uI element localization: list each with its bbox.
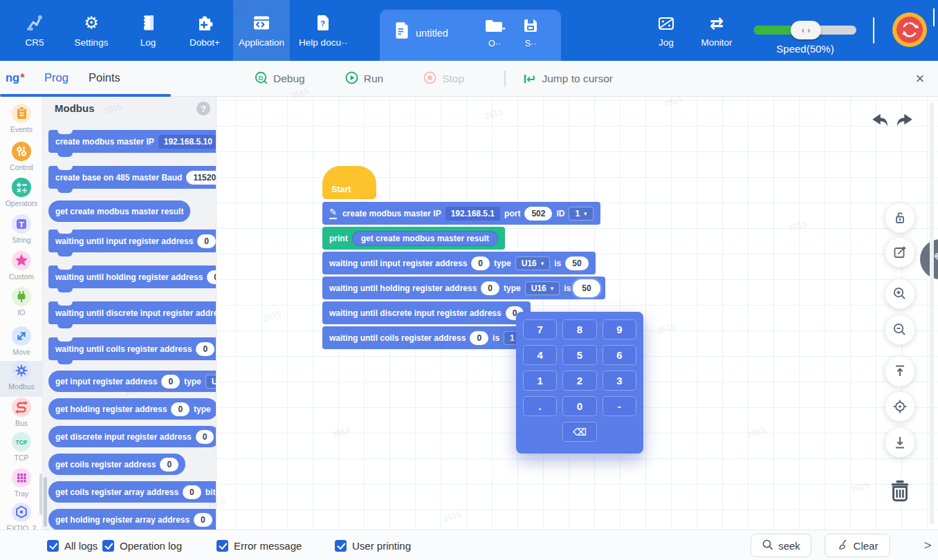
menu-item-cr5[interactable]: CR5 bbox=[6, 0, 63, 61]
clear-button[interactable]: Clear bbox=[825, 534, 890, 557]
sidebar-item-custom[interactable]: Custom bbox=[0, 251, 43, 287]
menu-item-log[interactable]: Log bbox=[120, 0, 176, 61]
palette-block[interactable]: waiting until holding register address0 bbox=[48, 265, 217, 288]
palette-block[interactable]: create modbus master IP192.168.5.10 bbox=[48, 130, 217, 153]
emergency-stop-button[interactable] bbox=[892, 12, 928, 48]
canvas-block[interactable]: waiting until holding register address0t… bbox=[322, 277, 605, 299]
numpad-key-dot[interactable]: . bbox=[523, 396, 557, 416]
value-pill[interactable]: 0 bbox=[161, 375, 180, 389]
value-pill[interactable]: 0 bbox=[160, 458, 178, 472]
dropdown-field[interactable]: 1▾ bbox=[569, 207, 593, 221]
value-pill[interactable]: 0 bbox=[183, 485, 201, 499]
value-pill[interactable]: 115200 bbox=[186, 171, 217, 185]
upload-top-button[interactable] bbox=[885, 356, 915, 386]
sidebar-item-modbus[interactable]: Modbus bbox=[0, 361, 43, 397]
value-pill[interactable]: 0 bbox=[171, 402, 190, 416]
redo-button[interactable] bbox=[895, 112, 916, 130]
value-pill[interactable]: 0 bbox=[481, 281, 499, 295]
palette-block[interactable]: get input register address0typeU1▾ bbox=[48, 371, 217, 392]
center-locate-button[interactable] bbox=[885, 391, 915, 422]
monitor-button[interactable]: ⇄ Monitor bbox=[692, 0, 741, 61]
open-button[interactable]: O·· bbox=[479, 17, 510, 48]
canvas-block[interactable]: waiting until coils register address0is1… bbox=[322, 326, 535, 349]
numpad-key-7[interactable]: 7 bbox=[523, 319, 557, 339]
canvas-scrollbar[interactable] bbox=[930, 102, 934, 524]
canvas-block[interactable]: printget create modbus master result bbox=[322, 227, 505, 250]
menu-item-help-docs[interactable]: ?Help docu·· bbox=[290, 0, 356, 61]
value-field[interactable]: 192.168.5.1 bbox=[445, 207, 500, 221]
palette-block[interactable]: get coils register array address0bits bbox=[48, 481, 217, 503]
value-pill[interactable]: 0 bbox=[194, 513, 212, 527]
checkbox-checked-icon[interactable] bbox=[47, 540, 59, 552]
file-tab[interactable]: untitled O·· S·· bbox=[380, 10, 561, 61]
expand-log-button[interactable]: > bbox=[917, 530, 938, 560]
sidebar-item-control[interactable]: Control bbox=[0, 142, 43, 178]
value-pill[interactable]: 0 bbox=[197, 234, 216, 248]
numpad-key-8[interactable]: 8 bbox=[562, 319, 596, 339]
numpad-key-3[interactable]: 3 bbox=[603, 371, 636, 391]
value-pill[interactable]: 0 bbox=[196, 342, 214, 356]
palette-block[interactable]: waiting until coils register address0is bbox=[48, 337, 217, 360]
numpad-key-5[interactable]: 5 bbox=[562, 345, 596, 365]
palette-block[interactable]: get holding register address0type bbox=[48, 398, 217, 420]
numpad-key-1[interactable]: 1 bbox=[523, 371, 557, 391]
sidebar-item-events[interactable]: Events bbox=[0, 104, 43, 140]
numpad-key-2[interactable]: 2 bbox=[562, 371, 596, 391]
save-button[interactable]: S·· bbox=[515, 17, 546, 48]
checkbox-error-message[interactable]: Error message bbox=[217, 530, 302, 560]
value-pill[interactable]: 0 bbox=[207, 270, 217, 284]
reporter-slot[interactable]: get create modbus master result bbox=[352, 231, 498, 246]
palette-block[interactable]: waiting until discrete input register ad… bbox=[48, 301, 217, 324]
value-pill[interactable]: 0 bbox=[471, 256, 490, 270]
speed-slider-track[interactable]: ‹› bbox=[754, 26, 856, 35]
start-block[interactable]: Start bbox=[322, 166, 376, 199]
sidebar-item-tray[interactable]: Tray bbox=[0, 468, 43, 504]
value-pill[interactable]: 50 bbox=[565, 256, 588, 270]
jog-button[interactable]: Jog bbox=[642, 0, 690, 61]
checkbox-all-logs[interactable]: All logs bbox=[47, 530, 98, 560]
download-bottom-button[interactable] bbox=[885, 427, 915, 458]
tab-points[interactable]: Points bbox=[89, 71, 120, 84]
unlock-button[interactable] bbox=[885, 203, 915, 233]
sidebar-item-io[interactable]: IO bbox=[0, 287, 43, 323]
checkbox-checked-icon[interactable] bbox=[335, 540, 347, 552]
undo-button[interactable] bbox=[869, 112, 890, 130]
palette-block[interactable]: waiting until input register address0t bbox=[48, 230, 217, 252]
canvas-block[interactable]: waiting until input register address0typ… bbox=[322, 252, 596, 274]
value-pill[interactable]: 502 bbox=[524, 207, 552, 221]
speed-slider-handle[interactable]: ‹› bbox=[791, 21, 821, 39]
sidebar-item-tcp[interactable]: TCPTCP bbox=[0, 432, 43, 468]
palette-block[interactable]: get holding register array address0N bbox=[48, 509, 217, 530]
numpad-key-minus[interactable]: - bbox=[603, 396, 636, 416]
edit-drawer-handle[interactable]: ✎ bbox=[920, 239, 938, 279]
stop-button[interactable]: Stop bbox=[423, 71, 464, 87]
palette-block[interactable]: get coils register address0 bbox=[48, 454, 185, 475]
numpad-backspace-key[interactable]: ⌫ bbox=[562, 422, 597, 442]
numpad-key-0[interactable]: 0 bbox=[562, 396, 596, 416]
tab-prog[interactable]: Prog bbox=[44, 71, 68, 84]
dropdown-field[interactable]: U1▾ bbox=[205, 375, 217, 389]
sidebar-item-move[interactable]: Move bbox=[0, 326, 43, 362]
value-pill[interactable]: 0 bbox=[470, 331, 488, 345]
palette-block[interactable]: create base on 485 master Baud115200 bbox=[48, 166, 217, 189]
run-button[interactable]: Run bbox=[345, 71, 383, 87]
edit-button[interactable] bbox=[885, 237, 915, 268]
palette-scrollbar[interactable] bbox=[44, 477, 47, 527]
sidebar-scrollbar[interactable] bbox=[39, 474, 42, 515]
sidebar-item-extio[interactable]: EXTIO_2 bbox=[0, 503, 43, 530]
zoom-out-button[interactable] bbox=[885, 315, 915, 345]
sidebar-item-operators[interactable]: Operators bbox=[0, 178, 43, 214]
zoom-in-button[interactable] bbox=[885, 279, 915, 309]
palette-block[interactable]: get discrete input register address0 bbox=[48, 426, 217, 447]
close-button[interactable]: × bbox=[910, 69, 930, 88]
value-pill[interactable]: 50 bbox=[575, 281, 598, 295]
debug-button[interactable]: DDebug bbox=[255, 71, 305, 87]
checkbox-checked-icon[interactable] bbox=[102, 540, 114, 552]
trash-button[interactable] bbox=[886, 478, 914, 505]
canvas-block[interactable]: waiting until discrete input register ad… bbox=[322, 301, 531, 324]
checkbox-checked-icon[interactable] bbox=[217, 540, 228, 552]
dropdown-field[interactable]: U16▾ bbox=[515, 256, 551, 270]
seek-button[interactable]: seek bbox=[751, 534, 811, 557]
checkbox-operation-log[interactable]: Operation log bbox=[102, 530, 182, 560]
menu-item-dobot-plus[interactable]: Dobot+ bbox=[176, 0, 233, 61]
